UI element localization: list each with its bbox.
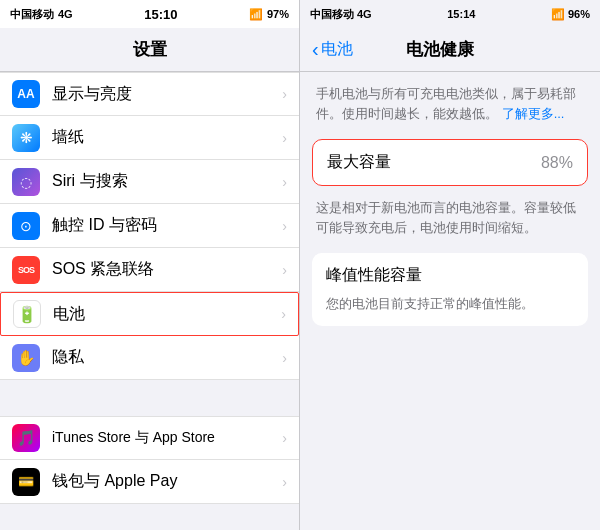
privacy-label: 隐私 <box>52 347 282 368</box>
max-capacity-value: 88% <box>541 154 573 172</box>
wifi-icon-right: 📶 <box>551 8 565 21</box>
status-icons-left: 📶 97% <box>249 8 289 21</box>
sos-icon: SOS <box>12 256 40 284</box>
battery-health-content: 手机电池与所有可充电电池类似，属于易耗部件。使用时间越长，能效越低。 了解更多.… <box>300 72 600 530</box>
learn-more-link[interactable]: 了解更多... <box>502 106 565 121</box>
chevron-icon-privacy: › <box>282 350 287 366</box>
battery-info-text: 手机电池与所有可充电电池类似，属于易耗部件。使用时间越长，能效越低。 了解更多.… <box>312 84 588 123</box>
itunes-label: iTunes Store 与 App Store <box>52 429 282 447</box>
wallpaper-label: 墙纸 <box>52 127 282 148</box>
chevron-icon-wallpaper: › <box>282 130 287 146</box>
settings-item-wallet[interactable]: 💳 钱包与 Apple Pay › <box>0 460 299 504</box>
chevron-icon-itunes: › <box>282 430 287 446</box>
display-label: 显示与亮度 <box>52 84 282 105</box>
peak-performance-desc: 您的电池目前支持正常的峰值性能。 <box>312 294 588 326</box>
chevron-icon-display: › <box>282 86 287 102</box>
battery-icon: 🔋 <box>13 300 41 328</box>
wallpaper-icon: ❋ <box>12 124 40 152</box>
status-bar-right: 中国移动 4G 15:14 📶 96% <box>300 0 600 28</box>
wallet-icon: 💳 <box>12 468 40 496</box>
settings-item-touchid[interactable]: ⊙ 触控 ID 与密码 › <box>0 204 299 248</box>
section-general: AA 显示与亮度 › ❋ 墙纸 › ◌ Siri 与搜索 › <box>0 72 299 380</box>
settings-item-itunes[interactable]: 🎵 iTunes Store 与 App Store › <box>0 416 299 460</box>
max-capacity-label: 最大容量 <box>327 152 391 173</box>
settings-item-privacy[interactable]: ✋ 隐私 › <box>0 336 299 380</box>
chevron-icon-siri: › <box>282 174 287 190</box>
sos-label: SOS 紧急联络 <box>52 259 282 280</box>
settings-title-bar: 设置 <box>0 28 299 72</box>
touchid-icon: ⊙ <box>12 212 40 240</box>
chevron-icon-touchid: › <box>282 218 287 234</box>
status-bar-left: 中国移动 4G 15:10 📶 97% <box>0 0 299 28</box>
siri-label: Siri 与搜索 <box>52 171 282 192</box>
peak-performance-card: 峰值性能容量 您的电池目前支持正常的峰值性能。 <box>312 253 588 326</box>
settings-item-wallpaper[interactable]: ❋ 墙纸 › <box>0 116 299 160</box>
battery-label: 电池 <box>53 304 281 325</box>
touchid-label: 触控 ID 与密码 <box>52 215 282 236</box>
back-button[interactable]: ‹ 电池 <box>312 38 353 61</box>
settings-title: 设置 <box>133 38 167 61</box>
settings-item-battery[interactable]: 🔋 电池 › <box>0 292 299 336</box>
time-left: 15:10 <box>144 7 177 22</box>
carrier-right: 中国移动 4G <box>310 7 372 22</box>
back-chevron-icon: ‹ <box>312 38 319 61</box>
settings-list: AA 显示与亮度 › ❋ 墙纸 › ◌ Siri 与搜索 › <box>0 72 299 530</box>
battery-health-nav: ‹ 电池 电池健康 <box>300 28 600 72</box>
settings-item-display[interactable]: AA 显示与亮度 › <box>0 72 299 116</box>
carrier-name-left: 中国移动 <box>10 7 54 22</box>
privacy-icon: ✋ <box>12 344 40 372</box>
carrier-name-right: 中国移动 <box>310 7 354 22</box>
chevron-icon-wallet: › <box>282 474 287 490</box>
separator-1 <box>0 380 299 416</box>
battery-health-panel: 中国移动 4G 15:14 📶 96% ‹ 电池 电池健康 手机电池与所有可充电… <box>300 0 600 530</box>
section-stores: 🎵 iTunes Store 与 App Store › 💳 钱包与 Apple… <box>0 416 299 504</box>
settings-panel: 中国移动 4G 15:10 📶 97% 设置 AA 显示与亮度 › ❋ <box>0 0 300 530</box>
battery-status-left: 97% <box>267 8 289 20</box>
display-icon: AA <box>12 80 40 108</box>
peak-performance-title: 峰值性能容量 <box>312 253 588 294</box>
separator-2 <box>0 504 299 530</box>
battery-health-title: 电池健康 <box>353 38 528 61</box>
wallet-label: 钱包与 Apple Pay <box>52 471 282 492</box>
settings-item-sos[interactable]: SOS SOS 紧急联络 › <box>0 248 299 292</box>
capacity-description: 这是相对于新电池而言的电池容量。容量较低可能导致充电后，电池使用时间缩短。 <box>312 190 588 253</box>
carrier-left: 中国移动 4G <box>10 7 73 22</box>
chevron-icon-battery: › <box>281 306 286 322</box>
itunes-icon: 🎵 <box>12 424 40 452</box>
siri-icon: ◌ <box>12 168 40 196</box>
battery-right-area: 📶 96% <box>551 8 590 21</box>
chevron-icon-sos: › <box>282 262 287 278</box>
wifi-icon: 📶 <box>249 8 263 21</box>
time-right: 15:14 <box>447 8 475 20</box>
network-type-right: 4G <box>357 8 372 20</box>
max-capacity-card: 最大容量 88% <box>312 139 588 186</box>
battery-status-right: 96% <box>568 8 590 20</box>
network-type-left: 4G <box>58 8 73 20</box>
settings-item-siri[interactable]: ◌ Siri 与搜索 › <box>0 160 299 204</box>
back-label: 电池 <box>321 39 353 60</box>
